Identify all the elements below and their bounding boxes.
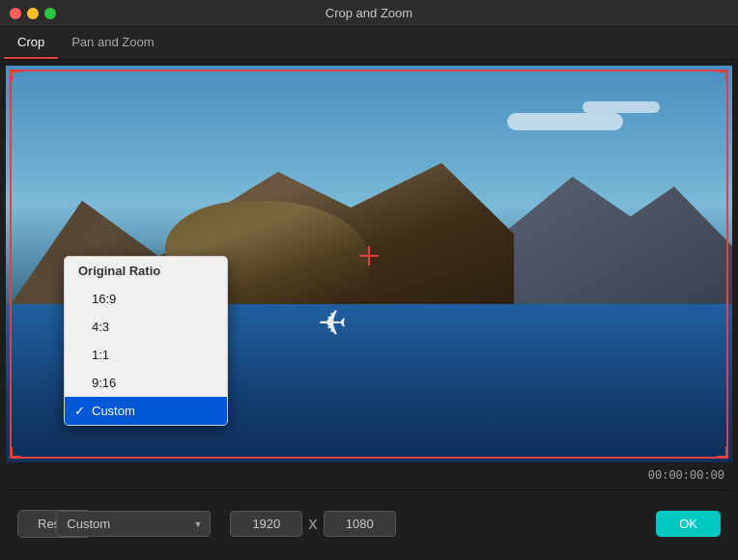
dropdown-item-4-3[interactable]: 4:3: [65, 313, 227, 341]
ratio-dropdown-button[interactable]: Custom: [56, 511, 211, 537]
ratio-dropdown-wrapper: Custom: [56, 511, 211, 537]
close-button[interactable]: [10, 8, 21, 19]
timecode: 00:00:00:00: [648, 469, 724, 483]
dropdown-item-1-1[interactable]: 1:1: [65, 341, 227, 369]
width-input[interactable]: [230, 511, 302, 537]
cloud-1: [507, 113, 623, 130]
cloud-2: [582, 101, 660, 113]
dimension-separator: X: [308, 517, 317, 532]
tab-crop[interactable]: Crop: [4, 27, 58, 59]
maximize-button[interactable]: [44, 8, 56, 19]
video-preview[interactable]: ✈ Original Ratio 16:9 4:3 1:1 9:16 Custo…: [6, 66, 732, 462]
crosshair: [359, 246, 379, 266]
dimension-group: X: [230, 511, 395, 537]
main-content: ✈ Original Ratio 16:9 4:3 1:1 9:16 Custo…: [0, 60, 738, 557]
height-input[interactable]: [324, 511, 396, 537]
dropdown-item-16-9[interactable]: 16:9: [65, 285, 227, 313]
bottom-controls: Reset Ratio Custom X OK: [6, 490, 732, 557]
ok-button[interactable]: OK: [656, 511, 721, 537]
ratio-dropdown-menu[interactable]: Original Ratio 16:9 4:3 1:1 9:16 Custom: [64, 256, 228, 426]
titlebar: Crop and Zoom: [0, 0, 738, 27]
plane: ✈: [318, 303, 347, 344]
traffic-lights: [10, 8, 56, 19]
tab-bar: Crop Pan and Zoom: [0, 27, 738, 60]
minimize-button[interactable]: [27, 8, 39, 19]
window-title: Crop and Zoom: [326, 6, 412, 20]
dropdown-item-custom[interactable]: Custom: [65, 397, 227, 425]
dropdown-item-original-ratio[interactable]: Original Ratio: [65, 257, 227, 285]
timecode-bar: 00:00:00:00: [6, 462, 732, 490]
tab-pan-zoom[interactable]: Pan and Zoom: [58, 27, 167, 59]
dropdown-item-9-16[interactable]: 9:16: [65, 369, 227, 397]
